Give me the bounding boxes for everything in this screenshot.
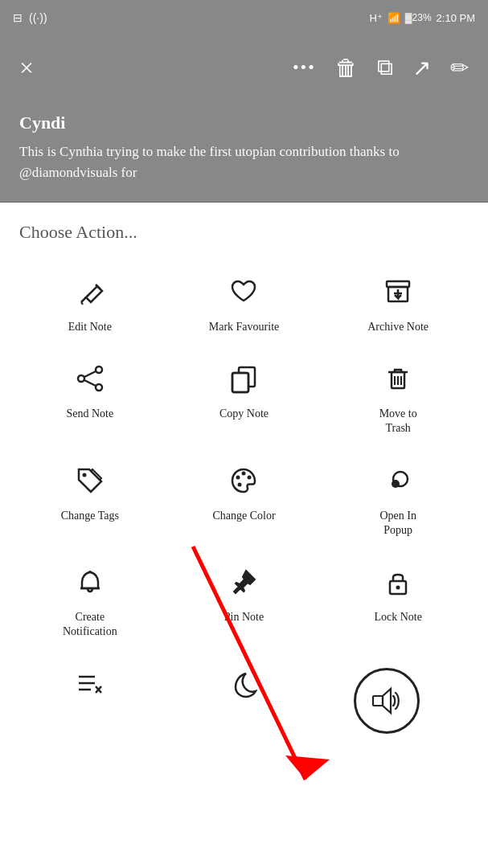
- screen-icon: ⊟: [13, 11, 23, 24]
- copy-note-button[interactable]: Copy Note: [167, 349, 322, 450]
- svg-rect-35: [373, 696, 383, 706]
- night-mode-button[interactable]: [167, 653, 322, 756]
- lock-note-label: Lock Note: [374, 610, 421, 624]
- tags-icon: [75, 465, 105, 501]
- more-options-button[interactable]: •••: [293, 57, 316, 78]
- lock-icon: [383, 567, 413, 602]
- send-note-button[interactable]: Send Note: [13, 349, 167, 450]
- svg-point-26: [392, 480, 400, 488]
- archive-note-button[interactable]: Archive Note: [321, 262, 475, 349]
- note-author: Cyndi: [19, 113, 469, 133]
- svg-point-29: [396, 585, 400, 589]
- move-to-trash-button[interactable]: Move toTrash: [321, 349, 475, 450]
- share-button[interactable]: ↗: [412, 55, 431, 81]
- copy-icon: [228, 363, 259, 399]
- bell-icon: [75, 567, 105, 602]
- palette-icon: [228, 465, 259, 501]
- edit-note-button[interactable]: Edit Note: [13, 262, 167, 349]
- create-notification-label: CreateNotification: [63, 610, 117, 639]
- note-text: This is Cynthia trying to make the first…: [19, 141, 469, 182]
- open-in-popup-button[interactable]: Open InPopup: [321, 451, 475, 552]
- change-color-button[interactable]: Change Color: [167, 451, 322, 552]
- speaker-icon: [365, 668, 431, 734]
- svg-line-11: [84, 380, 96, 386]
- svg-point-23: [248, 475, 252, 479]
- move-to-trash-label: Move toTrash: [379, 407, 417, 436]
- toolbar: × ••• 🗑 ⧉ ↗ ✏: [0, 35, 488, 100]
- svg-line-0: [81, 297, 86, 302]
- pin-note-label: Pin Note: [224, 610, 264, 624]
- svg-point-21: [236, 475, 240, 479]
- open-in-popup-label: Open InPopup: [379, 509, 416, 538]
- svg-line-10: [84, 371, 96, 377]
- change-tags-label: Change Tags: [61, 509, 119, 523]
- bottom-sheet: Choose Action... Edit Note Mark Favourit…: [0, 203, 488, 769]
- share-icon: [75, 363, 105, 399]
- change-color-label: Change Color: [212, 509, 275, 523]
- popup-icon: [383, 465, 413, 501]
- svg-point-8: [78, 375, 84, 382]
- copy-note-label: Copy Note: [219, 407, 269, 421]
- copy-button[interactable]: ⧉: [377, 55, 393, 81]
- mark-favourite-button[interactable]: Mark Favourite: [167, 262, 322, 349]
- create-notification-button[interactable]: CreateNotification: [13, 552, 167, 653]
- svg-line-2: [81, 302, 83, 305]
- time-display: 2:10 PM: [437, 12, 475, 24]
- change-tags-button[interactable]: Change Tags: [13, 451, 167, 552]
- choose-action-heading: Choose Action...: [13, 222, 475, 243]
- radio-icon: ((·)): [29, 11, 47, 24]
- trash-icon: [383, 363, 413, 399]
- pin-note-button[interactable]: Pin Note: [167, 552, 322, 653]
- svg-point-22: [242, 471, 246, 475]
- heart-icon: [228, 276, 259, 312]
- lock-note-button[interactable]: Lock Note: [321, 552, 475, 653]
- delete-list-icon: [75, 668, 105, 703]
- action-grid: Edit Note Mark Favourite Archive Not: [13, 262, 475, 756]
- svg-point-24: [238, 482, 242, 486]
- signal-icon: 📶: [388, 12, 400, 24]
- edit-button[interactable]: ✏: [450, 55, 469, 81]
- archive-note-label: Archive Note: [367, 320, 429, 334]
- note-preview: Cyndi This is Cynthia trying to make the…: [0, 100, 488, 203]
- delete-list-button[interactable]: [13, 653, 167, 756]
- svg-point-9: [96, 384, 102, 391]
- close-button[interactable]: ×: [19, 53, 34, 83]
- pin-icon: [228, 567, 259, 602]
- svg-point-20: [82, 473, 86, 477]
- edit-note-label: Edit Note: [68, 320, 112, 334]
- svg-rect-13: [232, 373, 248, 392]
- moon-icon: [228, 668, 259, 703]
- svg-point-7: [96, 366, 102, 373]
- status-bar: ⊟ ((·)) H⁺ 📶 ▓23% 2:10 PM: [0, 0, 488, 35]
- archive-icon: [383, 276, 413, 312]
- battery-icon: ▓23%: [405, 12, 432, 23]
- delete-button[interactable]: 🗑: [335, 55, 358, 81]
- send-note-label: Send Note: [66, 407, 113, 421]
- edit-note-icon: [75, 276, 105, 312]
- speaker-button[interactable]: [321, 653, 475, 756]
- mark-favourite-label: Mark Favourite: [209, 320, 279, 334]
- network-type: H⁺: [369, 12, 382, 24]
